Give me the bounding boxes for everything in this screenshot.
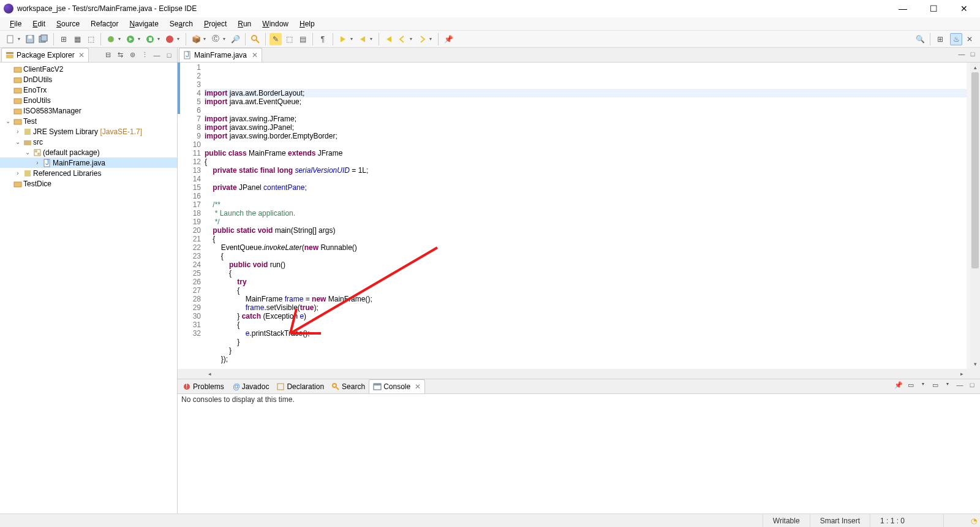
tip-icon[interactable]: ◔ bbox=[968, 517, 980, 525]
package-explorer-tab[interactable]: Package Explorer ✕ bbox=[1, 48, 89, 62]
package-explorer: Package Explorer ✕ ⊟ ⇆ ⊚ ⋮ — □ ClientFac… bbox=[0, 48, 178, 514]
java-file-icon: J bbox=[183, 51, 192, 59]
open-type-icon[interactable]: 🔎 bbox=[229, 33, 241, 45]
focus-task-icon[interactable]: ⊚ bbox=[127, 50, 138, 61]
menu-project[interactable]: Project bbox=[199, 18, 232, 29]
editor-tab[interactable]: J MainFrame.java ✕ bbox=[179, 48, 262, 62]
svg-rect-4 bbox=[41, 35, 47, 41]
svg-text:!: ! bbox=[186, 382, 187, 390]
console-output: No consoles to display at this time. bbox=[178, 394, 980, 514]
tree-project-open[interactable]: ⌄Test bbox=[0, 116, 177, 126]
tab-console[interactable]: Console✕ bbox=[369, 379, 425, 393]
toggle-highlight-icon[interactable]: ✎ bbox=[270, 33, 282, 45]
debug-button[interactable] bbox=[105, 33, 117, 45]
toolbar: ▾ ⊞ ▦ ⬚ ▾ ▾ ▾ ▾ 📦▾ Ⓒ▾ 🔎 ✎ ⬚ ▤ ¶ ▾ ▾ ▾ bbox=[0, 31, 980, 48]
link-editor-icon[interactable]: ⇆ bbox=[115, 50, 126, 61]
tree-java-file[interactable]: ›JMainFrame.java bbox=[0, 157, 177, 168]
maximize-console-icon[interactable]: □ bbox=[967, 381, 978, 392]
close-view-icon[interactable]: ✕ bbox=[78, 51, 85, 59]
open-perspective-icon[interactable]: ⊞ bbox=[934, 33, 946, 45]
menu-window[interactable]: Window bbox=[257, 18, 293, 29]
tab-javadoc[interactable]: @Javadoc bbox=[228, 379, 273, 393]
vertical-scrollbar[interactable]: ▴ ▾ bbox=[970, 63, 980, 369]
run-button[interactable] bbox=[124, 33, 137, 45]
toggle-block-icon[interactable]: ▦ bbox=[71, 33, 83, 45]
menu-run[interactable]: Run bbox=[233, 18, 256, 29]
maximize-button[interactable]: ☐ bbox=[924, 4, 943, 13]
open-console-icon[interactable]: ▭ bbox=[930, 381, 941, 392]
tree-ref-libs[interactable]: ›Referenced Libraries bbox=[0, 168, 177, 178]
horizontal-scrollbar[interactable]: ◂▸ bbox=[178, 369, 980, 379]
tree-project[interactable]: ISO8583Manager bbox=[0, 105, 177, 116]
line-number-gutter: 1234567891011121314151617181920212223242… bbox=[185, 63, 205, 369]
editor-tab-label: MainFrame.java bbox=[194, 51, 247, 59]
view-menu-icon[interactable]: ⋮ bbox=[139, 50, 150, 61]
tree-project[interactable]: TestDice bbox=[0, 178, 177, 189]
tree-project[interactable]: EnoUtils bbox=[0, 95, 177, 105]
tree-project[interactable]: EnoTrx bbox=[0, 85, 177, 95]
svg-point-38 bbox=[333, 384, 336, 387]
minimize-view-icon[interactable]: — bbox=[151, 50, 162, 61]
last-edit-icon[interactable] bbox=[383, 33, 395, 45]
tree-jre[interactable]: ›JRE System Library [JavaSE-1.7] bbox=[0, 126, 177, 137]
tab-search[interactable]: Search bbox=[328, 379, 369, 393]
java-perspective-icon[interactable]: ♨ bbox=[950, 33, 962, 45]
collapse-all-icon[interactable]: ⊟ bbox=[102, 50, 113, 61]
svg-line-39 bbox=[336, 387, 339, 390]
coverage-button[interactable] bbox=[144, 33, 156, 45]
pin-editor-icon[interactable]: ¶ bbox=[317, 33, 329, 45]
code-editor[interactable]: 1234567891011121314151617181920212223242… bbox=[178, 63, 980, 369]
search-button[interactable] bbox=[249, 33, 262, 45]
code-content[interactable]: import java.awt.BorderLayout;import java… bbox=[205, 63, 967, 369]
external-tools-button[interactable] bbox=[164, 33, 176, 45]
menu-refactor[interactable]: Refactor bbox=[86, 18, 123, 29]
next-annotation-icon[interactable] bbox=[337, 33, 349, 45]
title-bar: workspace_jse - Test/src/MainFrame.java … bbox=[0, 0, 980, 17]
eclipse-icon bbox=[4, 4, 13, 13]
menu-help[interactable]: Help bbox=[295, 18, 320, 29]
menu-source[interactable]: Source bbox=[51, 18, 85, 29]
tree-project[interactable]: DnDUtils bbox=[0, 74, 177, 85]
new-package-icon[interactable]: 📦 bbox=[190, 33, 202, 45]
close-tab-icon[interactable]: ✕ bbox=[252, 51, 258, 59]
quick-access-icon[interactable]: 🔍 bbox=[914, 33, 926, 45]
pin-icon[interactable]: 📌 bbox=[442, 33, 454, 45]
toggle-breadcrumb-icon[interactable]: ⊞ bbox=[58, 33, 70, 45]
minimize-button[interactable]: — bbox=[893, 4, 913, 13]
save-all-button[interactable] bbox=[37, 33, 50, 45]
minimize-editor-icon[interactable]: — bbox=[957, 50, 967, 60]
new-button[interactable] bbox=[4, 33, 17, 45]
svg-rect-12 bbox=[6, 52, 13, 54]
maximize-view-icon[interactable]: □ bbox=[164, 50, 175, 61]
toggle-word-wrap-icon[interactable]: ⬚ bbox=[283, 33, 295, 45]
tree-project[interactable]: ClientFacV2 bbox=[0, 64, 177, 74]
menu-navigate[interactable]: Navigate bbox=[124, 18, 163, 29]
svg-rect-15 bbox=[14, 78, 21, 83]
maximize-editor-icon[interactable]: □ bbox=[968, 50, 978, 60]
close-button[interactable]: ✕ bbox=[954, 4, 974, 13]
menu-search[interactable]: Search bbox=[165, 18, 198, 29]
tab-declaration[interactable]: Declaration bbox=[273, 379, 328, 393]
menu-file[interactable]: File bbox=[5, 18, 26, 29]
tab-problems[interactable]: !Problems bbox=[179, 379, 228, 393]
svg-rect-37 bbox=[277, 384, 284, 390]
show-whitespace-icon[interactable]: ▤ bbox=[296, 33, 309, 45]
display-console-icon[interactable]: ▭ bbox=[905, 381, 916, 392]
bottom-panel: !Problems @Javadoc Declaration Search Co… bbox=[178, 379, 980, 514]
status-cursor-pos: 1 : 1 : 0 bbox=[870, 514, 943, 527]
new-class-icon[interactable]: Ⓒ bbox=[209, 33, 222, 45]
close-console-tab-icon[interactable]: ✕ bbox=[415, 382, 421, 391]
tree-package[interactable]: ⌄(default package) bbox=[0, 147, 177, 157]
menu-edit[interactable]: Edit bbox=[28, 18, 50, 29]
back-button[interactable] bbox=[396, 33, 409, 45]
debug-perspective-icon[interactable]: ✕ bbox=[963, 33, 976, 45]
svg-rect-21 bbox=[24, 140, 31, 145]
tree-src[interactable]: ⌄src bbox=[0, 137, 177, 147]
save-button[interactable] bbox=[24, 33, 36, 45]
project-tree[interactable]: ClientFacV2 DnDUtils EnoTrx EnoUtils ISO… bbox=[0, 63, 177, 514]
toggle-mark-icon[interactable]: ⬚ bbox=[85, 33, 97, 45]
pin-console-icon[interactable]: 📌 bbox=[893, 381, 904, 392]
prev-annotation-icon[interactable] bbox=[356, 33, 369, 45]
minimize-console-icon[interactable]: — bbox=[954, 381, 965, 392]
forward-button[interactable] bbox=[416, 33, 428, 45]
